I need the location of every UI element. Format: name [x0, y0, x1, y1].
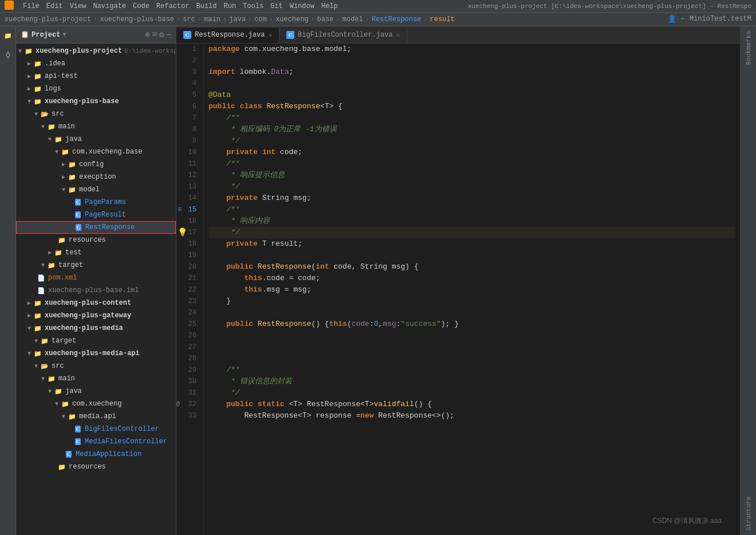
menu-help[interactable]: Help — [321, 2, 338, 10]
tree-arrow-media-api-pkg[interactable]: ▼ — [60, 412, 68, 420]
tab-close-bigfiles[interactable]: ✕ — [396, 32, 400, 39]
tree-item-bigfilescontroller[interactable]: C BigFilesController — [16, 423, 176, 435]
tree-item-media[interactable]: ▼ 📁 xuecheng-plus-media — [16, 322, 176, 335]
menu-git[interactable]: Git — [270, 2, 283, 10]
breadcrumb-xuecheng[interactable]: xuecheng — [275, 15, 309, 23]
panel-action-locate[interactable]: ⊕ — [145, 30, 149, 40]
code-content[interactable]: package com.xuecheng.base.model; import … — [204, 44, 740, 535]
menu-run[interactable]: Run — [223, 2, 236, 10]
tab-class-icon-bigfiles: C — [286, 31, 294, 39]
tree-item-logs[interactable]: ▶ 📁 logs — [16, 82, 176, 95]
tree-arrow-src[interactable]: ▼ — [32, 110, 40, 118]
tree-item-resources[interactable]: 📁 resources — [16, 234, 176, 246]
tree-item-mediafilescontroller[interactable]: C MediaFilesController — [16, 435, 176, 448]
tree-item-config[interactable]: ▶ 📁 config — [16, 158, 176, 171]
panel-action-collapse[interactable]: ≡ — [152, 30, 157, 40]
tree-arrow-target-base[interactable]: ▼ — [39, 261, 47, 269]
breadcrumb-user-icon[interactable]: 👤 — [668, 15, 676, 23]
tree-item-main-media-api[interactable]: ▼ 📁 main — [16, 372, 176, 385]
menu-edit[interactable]: Edit — [46, 2, 63, 10]
tree-arrow-logs[interactable]: ▶ — [25, 85, 33, 93]
breadcrumb-com[interactable]: com — [254, 15, 267, 23]
tree-item-target-media[interactable]: ▼ 📁 target — [16, 335, 176, 347]
tree-item-media-api[interactable]: ▼ 📁 xuecheng-plus-media-api — [16, 347, 176, 360]
tree-arrow-media[interactable]: ▼ — [25, 324, 33, 332]
tree-arrow-main-media-api[interactable]: ▼ — [39, 375, 47, 383]
breadcrumb-base[interactable]: xuecheng-plus-base — [100, 15, 174, 23]
tree-item-pomxml[interactable]: 📄 pom.xml — [16, 272, 176, 284]
tree-item-pageresult[interactable]: C PageResult — [16, 209, 176, 221]
breadcrumb-model[interactable]: model — [342, 15, 363, 23]
menu-tools[interactable]: Tools — [243, 2, 263, 10]
tree-arrow-package-media-api[interactable]: ▼ — [53, 400, 61, 408]
panel-action-minimize[interactable]: — — [167, 30, 171, 40]
tree-item-pageparams[interactable]: C PageParams — [16, 196, 176, 209]
tree-item-resources-media-api[interactable]: 📁 resources — [16, 461, 176, 473]
breadcrumb-main[interactable]: main — [204, 15, 220, 23]
tree-item-root[interactable]: ▼ 📁 xuecheng-plus-project E:\idea-worksp… — [16, 45, 176, 57]
breadcrumb-class[interactable]: RestResponse — [372, 15, 421, 23]
tree-arrow-root[interactable]: ▼ — [16, 47, 24, 55]
tree-item-src-media-api[interactable]: ▼ 📂 src — [16, 360, 176, 372]
bookmarks-label[interactable]: Bookmarks — [743, 26, 754, 69]
tree-item-gateway[interactable]: ▶ 📁 xuecheng-plus-gateway — [16, 309, 176, 322]
tab-restresponse[interactable]: C RestResponse.java ✕ — [176, 27, 279, 43]
breadcrumb-nav-back[interactable]: ← — [681, 15, 685, 23]
tree-arrow-execption[interactable]: ▶ — [60, 173, 68, 181]
commit-icon[interactable] — [1, 48, 15, 62]
tree-item-base[interactable]: ▼ 📁 xuecheng-plus-base — [16, 95, 176, 108]
breadcrumb-method[interactable]: result — [430, 15, 455, 23]
tree-item-idea[interactable]: ▶ 📁 .idea — [16, 57, 176, 70]
tree-item-content[interactable]: ▶ 📁 xuecheng-plus-content — [16, 297, 176, 309]
menu-code[interactable]: Code — [133, 2, 149, 10]
menu-file[interactable]: File — [23, 2, 40, 10]
tree-arrow-java[interactable]: ▼ — [46, 135, 54, 143]
tree-item-java[interactable]: ▼ 📁 java — [16, 133, 176, 145]
tree-item-restresponse[interactable]: C RestResponse — [16, 221, 176, 234]
tree-item-mediaapplication[interactable]: C MediaApplication — [16, 448, 176, 461]
tree-arrow-content[interactable]: ▶ — [25, 299, 33, 307]
tree-arrow-target-media[interactable]: ▼ — [32, 337, 40, 345]
breadcrumb-src[interactable]: src — [183, 15, 195, 23]
menu-window[interactable]: Window — [290, 2, 314, 10]
tree-item-execption[interactable]: ▶ 📁 execption — [16, 171, 176, 183]
tree-arrow-idea[interactable]: ▶ — [25, 60, 33, 68]
tree-arrow-config[interactable]: ▶ — [60, 160, 68, 168]
menu-view[interactable]: View — [70, 2, 86, 10]
project-panel-icon[interactable]: 📁 — [1, 29, 15, 42]
tree-arrow-java-media-api[interactable]: ▼ — [46, 387, 54, 395]
tree-arrow-gateway[interactable]: ▶ — [25, 312, 33, 320]
menu-refactor[interactable]: Refactor — [156, 2, 190, 10]
menu-build[interactable]: Build — [196, 2, 216, 10]
panel-dropdown-icon[interactable]: ▼ — [62, 32, 66, 38]
tree-item-target-base[interactable]: ▼ 📁 target — [16, 259, 176, 272]
tree-arrow-main[interactable]: ▼ — [39, 123, 47, 131]
tree-arrow-apitest[interactable]: ▶ — [25, 72, 33, 80]
menu-navigate[interactable]: Navigate — [93, 2, 126, 10]
tree-arrow-model[interactable]: ▼ — [60, 186, 68, 194]
breadcrumb-nav-label[interactable]: MinioTest.testM — [690, 15, 751, 23]
tree-item-java-media-api[interactable]: ▼ 📁 java — [16, 385, 176, 398]
tree-arrow-src-media-api[interactable]: ▼ — [32, 362, 40, 370]
tree-item-model[interactable]: ▼ 📁 model — [16, 183, 176, 196]
tree-item-iml[interactable]: 📄 xuecheng-plus-base.iml — [16, 284, 176, 297]
tree-item-apitest[interactable]: ▶ 📁 api-test — [16, 70, 176, 82]
tree-arrow-base[interactable]: ▼ — [25, 97, 33, 105]
tree-item-main[interactable]: ▼ 📁 main — [16, 120, 176, 133]
tree-arrow-test[interactable]: ▶ — [46, 249, 54, 257]
tree-item-package[interactable]: ▼ 📁 com.xuecheng.base — [16, 145, 176, 158]
tree-item-test[interactable]: ▶ 📁 test — [16, 246, 176, 259]
tree-arrow-package[interactable]: ▼ — [53, 148, 61, 156]
breadcrumb-java[interactable]: java — [229, 15, 246, 23]
panel-action-settings[interactable]: ⚙ — [159, 30, 164, 40]
tree-item-src[interactable]: ▼ 📂 src — [16, 108, 176, 120]
breadcrumb-project[interactable]: xuecheng-plus-project — [5, 15, 91, 23]
tree-arrow-media-api[interactable]: ▼ — [25, 349, 33, 357]
tab-close-restresponse[interactable]: ✕ — [268, 32, 272, 39]
tree-item-media-api-pkg[interactable]: ▼ 📁 media.api — [16, 410, 176, 423]
tree-item-package-media-api[interactable]: ▼ 📁 com.xuecheng — [16, 398, 176, 410]
tab-bigfilescontroller[interactable]: C BigFilesController.java ✕ — [279, 27, 407, 43]
token — [208, 273, 244, 284]
structure-label[interactable]: Structure — [743, 492, 754, 535]
breadcrumb-base2[interactable]: base — [317, 15, 334, 23]
